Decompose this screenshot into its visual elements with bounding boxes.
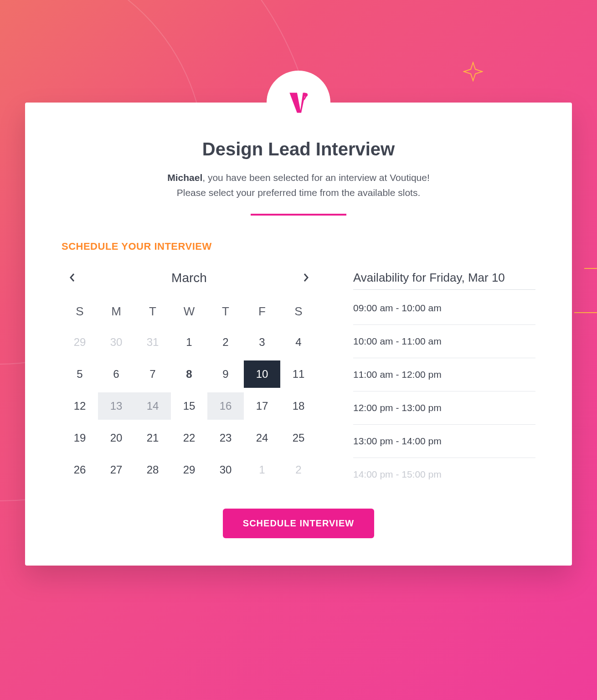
calendar-day[interactable]: 7 xyxy=(134,360,171,388)
calendar-dow: S xyxy=(62,299,98,324)
calendar-day[interactable]: 1 xyxy=(171,329,207,356)
time-slot[interactable]: 09:00 am - 10:00 am xyxy=(353,292,535,325)
calendar-day[interactable]: 11 xyxy=(280,360,317,388)
schedule-interview-button[interactable]: SCHEDULE INTERVIEW xyxy=(223,509,374,538)
svg-point-0 xyxy=(304,93,307,96)
calendar-day[interactable]: 20 xyxy=(98,424,134,452)
cta-row: SCHEDULE INTERVIEW xyxy=(62,509,535,538)
calendar-day[interactable]: 19 xyxy=(62,424,98,452)
bg-decor-line xyxy=(584,268,597,269)
calendar-dow: T xyxy=(207,299,244,324)
calendar-dow: W xyxy=(171,299,207,324)
calendar-day: 13 xyxy=(98,392,134,420)
calendar-day[interactable]: 3 xyxy=(244,329,280,356)
calendar-dow: S xyxy=(280,299,317,324)
calendar-day[interactable]: 17 xyxy=(244,392,280,420)
calendar-dow: M xyxy=(98,299,134,324)
calendar-day[interactable]: 2 xyxy=(207,329,244,356)
calendar-day[interactable]: 10 xyxy=(244,360,280,388)
calendar-dow: T xyxy=(134,299,171,324)
candidate-name: Michael xyxy=(167,172,202,183)
calendar-day[interactable]: 4 xyxy=(280,329,317,356)
time-slot[interactable]: 11:00 am - 12:00 pm xyxy=(353,358,535,391)
section-label: SCHEDULE YOUR INTERVIEW xyxy=(62,241,535,252)
calendar-day[interactable]: 6 xyxy=(98,360,134,388)
calendar-day[interactable]: 29 xyxy=(62,329,98,356)
intro-line1: , you have been selected for an intervie… xyxy=(202,172,430,183)
calendar: March SMTWTFS293031123456789101112131415… xyxy=(62,271,317,484)
intro-line2: Please select your preferred time from t… xyxy=(177,187,421,198)
intro-text: Michael, you have been selected for an i… xyxy=(62,170,535,200)
calendar-day[interactable]: 2 xyxy=(280,456,317,484)
calendar-header: March xyxy=(62,271,317,285)
page-title: Design Lead Interview xyxy=(62,139,535,160)
calendar-dow: F xyxy=(244,299,280,324)
voutique-logo-icon xyxy=(286,90,311,115)
slot-list: 09:00 am - 10:00 am10:00 am - 11:00 am11… xyxy=(353,292,535,483)
divider xyxy=(251,214,346,216)
calendar-day[interactable]: 5 xyxy=(62,360,98,388)
calendar-day[interactable]: 22 xyxy=(171,424,207,452)
scheduler: March SMTWTFS293031123456789101112131415… xyxy=(62,271,535,484)
chevron-right-icon xyxy=(303,273,309,282)
calendar-day[interactable]: 8 xyxy=(171,360,207,388)
scheduler-card: Design Lead Interview Michael, you have … xyxy=(25,103,572,566)
sparkle-icon xyxy=(463,62,483,82)
calendar-day[interactable]: 30 xyxy=(207,456,244,484)
calendar-grid: SMTWTFS293031123456789101112131415161718… xyxy=(62,299,317,484)
calendar-day[interactable]: 9 xyxy=(207,360,244,388)
calendar-day[interactable]: 12 xyxy=(62,392,98,420)
calendar-day[interactable]: 15 xyxy=(171,392,207,420)
calendar-day[interactable]: 26 xyxy=(62,456,98,484)
calendar-day[interactable]: 23 xyxy=(207,424,244,452)
calendar-day[interactable]: 21 xyxy=(134,424,171,452)
calendar-day[interactable]: 1 xyxy=(244,456,280,484)
calendar-day[interactable]: 18 xyxy=(280,392,317,420)
bg-decor-line xyxy=(574,312,597,313)
calendar-day[interactable]: 29 xyxy=(171,456,207,484)
calendar-day: 16 xyxy=(207,392,244,420)
calendar-month-label: March xyxy=(171,271,207,285)
calendar-day[interactable]: 25 xyxy=(280,424,317,452)
time-slot[interactable]: 10:00 am - 11:00 am xyxy=(353,325,535,358)
calendar-day[interactable]: 28 xyxy=(134,456,171,484)
time-slot[interactable]: 12:00 pm - 13:00 pm xyxy=(353,391,535,425)
calendar-day[interactable]: 31 xyxy=(134,329,171,356)
calendar-prev-button[interactable] xyxy=(64,271,80,285)
logo-badge xyxy=(267,71,330,134)
availability-title: Availability for Friday, Mar 10 xyxy=(353,271,535,290)
availability-panel: Availability for Friday, Mar 10 09:00 am… xyxy=(353,271,535,484)
calendar-day[interactable]: 30 xyxy=(98,329,134,356)
calendar-day: 14 xyxy=(134,392,171,420)
time-slot[interactable]: 13:00 pm - 14:00 pm xyxy=(353,425,535,458)
calendar-next-button[interactable] xyxy=(298,271,314,285)
calendar-day[interactable]: 24 xyxy=(244,424,280,452)
chevron-left-icon xyxy=(69,273,75,282)
calendar-day[interactable]: 27 xyxy=(98,456,134,484)
time-slot[interactable]: 14:00 pm - 15:00 pm xyxy=(353,458,535,483)
